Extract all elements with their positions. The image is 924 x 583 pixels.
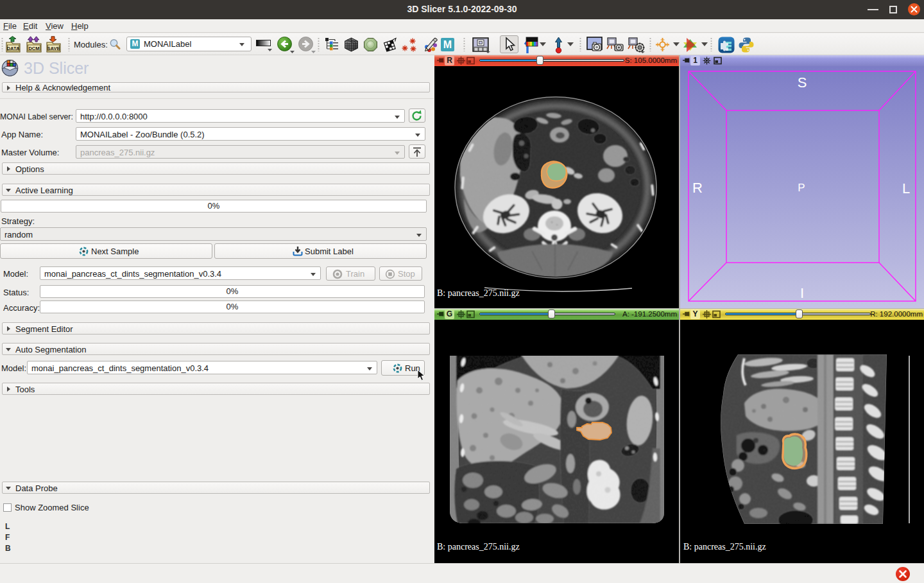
svg-text:I: I <box>800 285 804 301</box>
svg-text:SAVE: SAVE <box>47 46 60 51</box>
svg-text:R: R <box>692 180 703 196</box>
svg-text:DCM: DCM <box>28 46 39 51</box>
svg-text:S: S <box>798 74 807 91</box>
svg-text:DATA: DATA <box>7 46 20 51</box>
svg-text:P: P <box>798 182 805 194</box>
svg-text:L: L <box>902 180 910 196</box>
